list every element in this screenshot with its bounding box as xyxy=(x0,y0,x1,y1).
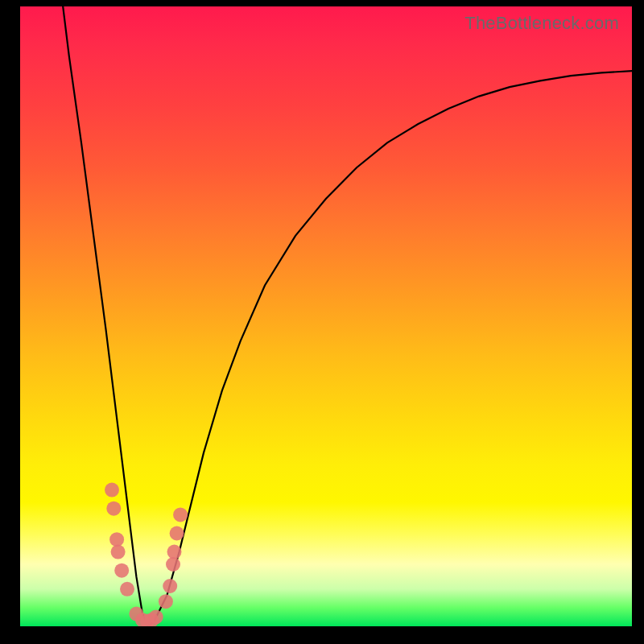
data-point xyxy=(106,502,121,516)
data-point xyxy=(166,557,180,572)
data-point xyxy=(120,582,134,597)
data-point xyxy=(111,545,126,559)
data-point xyxy=(159,594,173,609)
bottleneck-curve xyxy=(63,6,632,626)
data-point xyxy=(163,579,177,593)
data-point xyxy=(167,545,182,559)
data-point xyxy=(114,564,129,578)
data-point xyxy=(105,483,119,497)
data-point xyxy=(173,507,188,522)
curve-overlay xyxy=(20,6,632,626)
data-point xyxy=(170,526,184,541)
data-point xyxy=(109,532,124,547)
chart-frame: TheBottleneck.com xyxy=(0,0,644,644)
gradient-plot-area: TheBottleneck.com xyxy=(20,6,632,626)
data-point xyxy=(149,610,163,625)
